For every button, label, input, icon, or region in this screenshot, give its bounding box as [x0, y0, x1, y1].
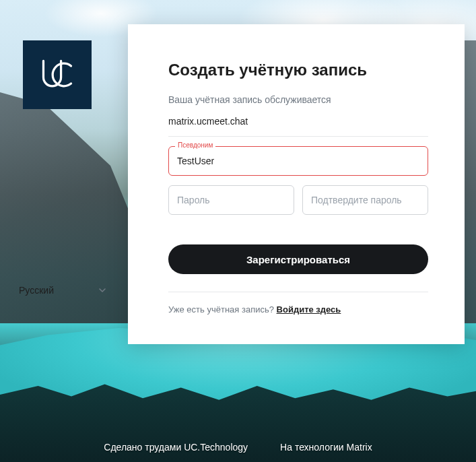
username-label: Псевдоним [175, 141, 215, 149]
server-host: matrix.ucmeet.chat [168, 116, 248, 127]
login-prompt: Уже есть учётная запись? [168, 304, 277, 315]
password-row [168, 185, 428, 215]
language-select[interactable]: Русский [9, 277, 116, 303]
password-input[interactable] [168, 185, 294, 215]
language-selected: Русский [19, 285, 54, 296]
brand-logo [23, 40, 92, 109]
register-button[interactable]: Зарегистрироваться [168, 244, 428, 274]
username-input[interactable] [168, 146, 428, 176]
username-field-wrap: Псевдоним [168, 146, 428, 176]
confirm-password-input[interactable] [302, 185, 428, 215]
footer: Сделано трудами UC.Technology На техноло… [0, 442, 476, 453]
server-subtitle: Ваша учётная запись обслуживается [168, 94, 428, 105]
footer-right-link[interactable]: На технологии Matrix [280, 442, 372, 453]
divider-bottom [168, 292, 428, 292]
login-line: Уже есть учётная запись? Войдите здесь [168, 304, 428, 315]
chevron-down-icon [98, 286, 106, 294]
uc-logo-icon [38, 56, 76, 94]
server-row: matrix.ucmeet.chat [168, 116, 428, 127]
divider [168, 136, 428, 137]
login-link[interactable]: Войдите здесь [277, 304, 341, 315]
footer-left-link[interactable]: Сделано трудами UC.Technology [104, 442, 248, 453]
page-title: Создать учётную запись [168, 61, 428, 79]
register-card: Создать учётную запись Ваша учётная запи… [128, 24, 465, 344]
